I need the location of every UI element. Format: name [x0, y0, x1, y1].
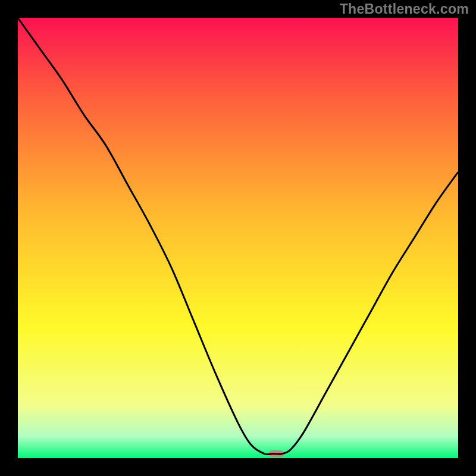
bottleneck-curve — [18, 18, 458, 458]
chart-frame: TheBottleneck.com — [0, 0, 476, 476]
watermark-text: TheBottleneck.com — [340, 1, 469, 17]
plot-area — [18, 18, 458, 458]
